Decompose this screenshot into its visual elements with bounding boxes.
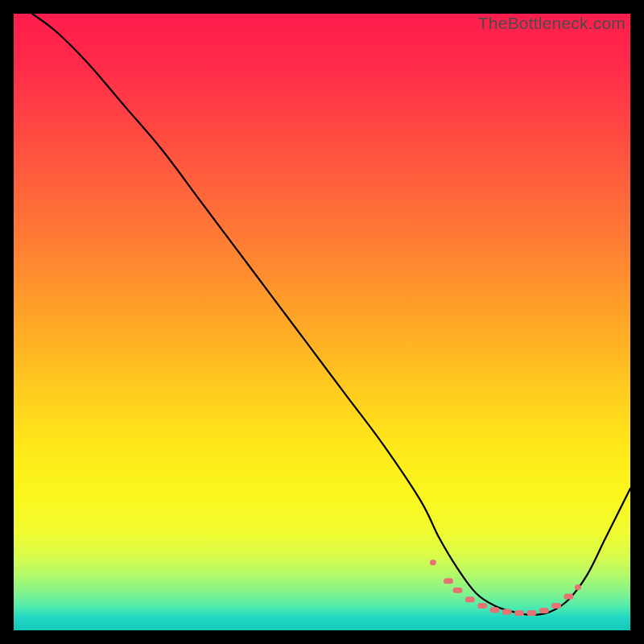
valley-marker-dot bbox=[505, 609, 510, 614]
valley-marker bbox=[539, 608, 549, 613]
valley-marker bbox=[453, 588, 463, 593]
valley-marker-dot bbox=[493, 608, 497, 613]
valley-marker-dot bbox=[566, 594, 571, 599]
bottleneck-curve-path bbox=[32, 14, 630, 615]
valley-marker-dot bbox=[517, 611, 522, 616]
valley-marker-dot bbox=[456, 588, 460, 592]
valley-marker bbox=[575, 584, 581, 590]
valley-marker bbox=[430, 559, 436, 565]
valley-marker bbox=[444, 578, 453, 584]
valley-marker-dot bbox=[554, 603, 559, 608]
valley-marker bbox=[551, 603, 561, 609]
valley-marker-dot bbox=[542, 609, 547, 613]
valley-marker bbox=[477, 603, 487, 609]
valley-marker bbox=[526, 610, 536, 616]
valley-marker bbox=[465, 597, 475, 602]
valley-marker-dot bbox=[576, 584, 580, 589]
valley-marker bbox=[514, 610, 524, 616]
watermark-text: TheBottleneck.com bbox=[478, 14, 625, 33]
valley-marker-dot bbox=[529, 611, 534, 616]
valley-marker-dot bbox=[468, 597, 473, 602]
valley-marker-dot bbox=[480, 603, 485, 608]
chart-plot-area: TheBottleneck.com bbox=[14, 14, 630, 630]
valley-marker-dot bbox=[431, 560, 436, 565]
bottleneck-chart bbox=[14, 14, 630, 630]
valley-marker bbox=[502, 609, 512, 615]
valley-marker bbox=[490, 607, 500, 613]
valley-marker bbox=[564, 593, 573, 599]
valley-marker-dot bbox=[446, 579, 451, 584]
valley-markers bbox=[430, 559, 581, 616]
